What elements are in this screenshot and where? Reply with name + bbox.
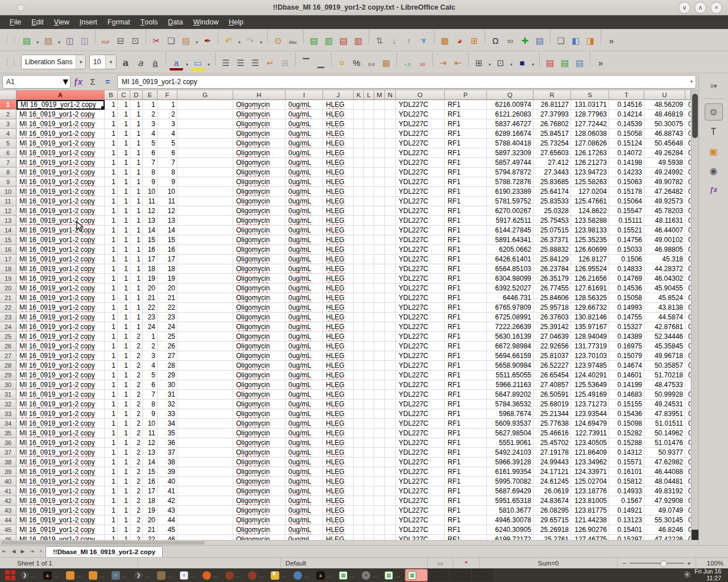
cell-C35[interactable]: 1 [118,429,130,438]
cell-F25[interactable]: 25 [158,332,177,342]
cell-U39[interactable]: 46.44088 [644,467,685,477]
cell-J30[interactable]: HLEG [323,380,354,390]
save-as-icon[interactable]: ◫ [78,33,92,48]
cell-J36[interactable]: HLEG [323,438,354,448]
cell-C28[interactable]: 1 [118,361,130,371]
cell-L40[interactable] [364,477,374,487]
cell-B35[interactable]: 1 [105,429,118,438]
cell-C34[interactable]: 1 [118,419,130,429]
cell-R24[interactable]: 25.39142 [533,322,571,332]
cell-V1[interactable]: 0. [685,100,691,110]
row-header-33[interactable]: 33 [0,409,16,419]
cell-M40[interactable] [374,477,385,487]
cell-V5[interactable]: 0. [685,139,691,148]
cell-H21[interactable]: Oligomycin [233,293,286,303]
date-format-icon[interactable]: ▦ [379,55,393,70]
cell-V33[interactable]: 0. [685,409,691,419]
cell-F18[interactable]: 18 [158,264,177,274]
cell-N10[interactable] [385,187,396,197]
cell-D36[interactable]: 2 [130,438,143,448]
cell-K39[interactable] [354,467,364,477]
cell-Q36[interactable]: 5551.9061 [487,438,533,448]
cell-B26[interactable]: 1 [105,342,118,351]
cell-T26[interactable]: 0.16975 [609,342,644,351]
italic-icon[interactable]: a [134,56,147,70]
cell-A24[interactable]: MI 16_0919_yor1-2 copy [16,322,105,332]
cell-K3[interactable] [354,119,364,129]
cell-K14[interactable] [354,226,364,235]
cell-L1[interactable] [364,100,374,110]
cell-V37[interactable]: 0. [685,448,691,458]
cell-B28[interactable]: 1 [105,361,118,371]
cell-G45[interactable] [177,525,233,535]
cell-F32[interactable]: 32 [158,400,177,409]
cell-N38[interactable] [385,458,396,467]
cell-Q21[interactable]: 6446.731 [487,293,533,303]
cell-U41[interactable]: 49.83192 [644,487,685,496]
cell-C33[interactable]: 1 [118,409,130,419]
cell-P20[interactable]: RF1 [445,284,487,293]
cell-G15[interactable] [177,235,233,245]
cell-G34[interactable] [177,419,233,429]
cell-R11[interactable]: 25.83533 [533,197,571,206]
cell-A7[interactable]: MI 16_0919_yor1-2 copy [16,158,105,168]
cell-O10[interactable]: YDL227C [396,187,445,197]
cell-M8[interactable] [374,168,385,177]
paste-dropdown[interactable]: ▾ [194,35,200,50]
cell-O22[interactable]: YDL227C [396,303,445,313]
cell-R3[interactable]: 26.76802 [533,119,571,129]
cell-P25[interactable]: RF1 [445,332,487,342]
cell-L35[interactable] [364,429,374,438]
cell-U21[interactable]: 45.8524 [644,293,685,303]
cell-I24[interactable]: 0ug/mL [286,322,323,332]
cell-L33[interactable] [364,409,374,419]
cell-V9[interactable]: 0. [685,177,691,187]
cell-J2[interactable]: HLEG [323,110,354,119]
cell-U11[interactable]: 49.92573 [644,197,685,206]
cell-J16[interactable]: HLEG [323,245,354,255]
cell-H31[interactable]: Oligomycin [233,390,286,400]
cell-S19[interactable]: 126.21656 [571,274,609,284]
cell-E42[interactable]: 18 [143,496,158,506]
border-style-icon[interactable]: ⊡ [494,55,507,70]
cell-N36[interactable] [385,438,396,448]
cell-N12[interactable] [385,206,396,216]
cell-P38[interactable]: RF1 [445,458,487,467]
cell-K30[interactable] [354,380,364,390]
cell-F39[interactable]: 39 [158,467,177,477]
cell-L13[interactable] [364,216,374,226]
cell-R9[interactable]: 25.83685 [533,177,571,187]
cell-D14[interactable]: 1 [130,226,143,235]
cell-N44[interactable] [385,516,396,525]
cell-V14[interactable]: 0. [685,226,691,235]
cell-V22[interactable]: 0. [685,303,691,313]
cell-C9[interactable]: 1 [118,177,130,187]
cell-I36[interactable]: 0ug/mL [286,438,323,448]
cell-F43[interactable]: 43 [158,506,177,516]
cell-E34[interactable]: 10 [143,419,158,429]
cell-O27[interactable]: YDL227C [396,351,445,361]
cell-D9[interactable]: 1 [130,177,143,187]
cell-M11[interactable] [374,197,385,206]
cell-B25[interactable]: 1 [105,332,118,342]
cell-V41[interactable]: 0. [685,487,691,496]
cell-D35[interactable]: 2 [130,429,143,438]
cell-J11[interactable]: HLEG [323,197,354,206]
cell-U35[interactable]: 50.14962 [644,429,685,438]
cell-E35[interactable]: 11 [143,429,158,438]
cell-T39[interactable]: 0.16101 [609,467,644,477]
cell-D18[interactable]: 1 [130,264,143,274]
cell-H16[interactable]: Oligomycin [233,245,286,255]
cell-K2[interactable] [354,110,364,119]
cell-A34[interactable]: MI 16_0919_yor1-2 copy [16,419,105,429]
cell-S26[interactable]: 131.77319 [571,342,609,351]
cell-K38[interactable] [354,458,364,467]
cell-M9[interactable] [374,177,385,187]
cell-B17[interactable]: 1 [105,255,118,264]
cell-G27[interactable] [177,351,233,361]
cell-P10[interactable]: RF1 [445,187,487,197]
row-header-19[interactable]: 19 [0,274,16,284]
cell-E32[interactable]: 8 [143,400,158,409]
row-header-39[interactable]: 39 [0,467,16,477]
row-header-41[interactable]: 41 [0,487,16,496]
